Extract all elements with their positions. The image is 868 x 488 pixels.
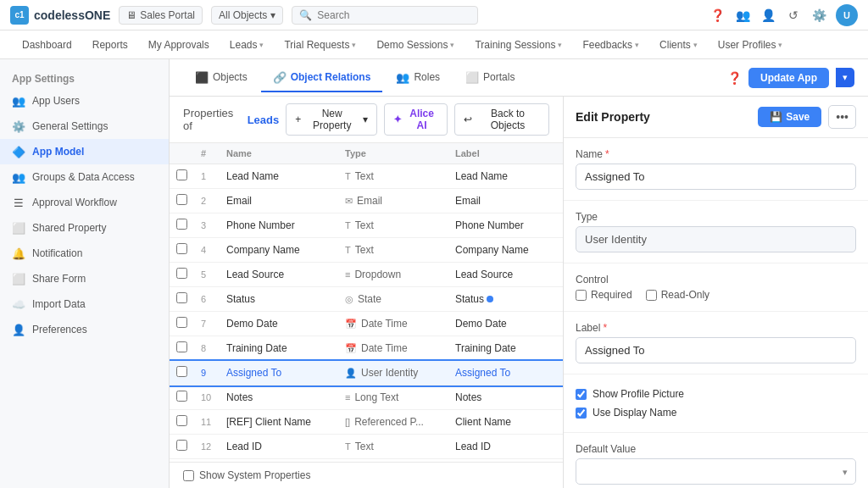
table-row[interactable]: 10 Notes ≡ Long Text Notes — [170, 385, 563, 410]
type-icon-sym: [] — [345, 417, 350, 427]
table-row[interactable]: 3 Phone Number T Text Phone Number — [170, 214, 563, 238]
sidebar-item-preferences[interactable]: 👤 Preferences — [0, 317, 169, 342]
sidebar-item-appmodel[interactable]: 🔷 App Model — [0, 139, 169, 164]
readonly-checkbox[interactable] — [646, 290, 657, 301]
edit-panel: Edit Property 💾 Save ••• Name * — [563, 97, 868, 488]
required-checkbox[interactable] — [576, 290, 587, 301]
tab-roles[interactable]: 👥 Roles — [384, 64, 452, 92]
row-checkbox[interactable] — [176, 366, 187, 377]
table-row[interactable]: 4 Company Name T Text Company Name — [170, 238, 563, 263]
tab-object-relations[interactable]: 🔗 Object Relations — [261, 64, 383, 92]
update-app-button[interactable]: Update App — [748, 68, 829, 88]
table-row[interactable]: 8 Training Date 📅 Date Time Training Dat… — [170, 336, 563, 361]
object-name[interactable]: Leads — [248, 114, 280, 126]
nav-leads[interactable]: Leads ▾ — [221, 34, 273, 56]
row-checkbox-cell — [170, 312, 194, 336]
default-value-select[interactable] — [576, 458, 856, 485]
row-checkbox[interactable] — [176, 341, 187, 352]
sidebar-item-import[interactable]: ☁️ Import Data — [0, 291, 169, 317]
col-num: # — [194, 143, 220, 164]
users-icon[interactable]: 👥 — [734, 7, 751, 24]
nav-feedbacks[interactable]: Feedbacks ▾ — [574, 34, 648, 56]
back-to-objects-button[interactable]: ↩ Back to Objects — [454, 103, 549, 136]
sidebar-item-general[interactable]: ⚙️ General Settings — [0, 114, 169, 139]
history-icon[interactable]: ↺ — [785, 7, 802, 24]
row-checkbox[interactable] — [176, 268, 187, 279]
table-row[interactable]: 7 Demo Date 📅 Date Time Demo Date — [170, 312, 563, 336]
nav-training[interactable]: Training Sessions ▾ — [466, 34, 570, 56]
row-checkbox-cell — [170, 410, 194, 435]
avatar[interactable]: U — [836, 4, 858, 26]
row-checkbox[interactable] — [176, 391, 187, 402]
row-checkbox[interactable] — [176, 169, 187, 180]
row-checkbox[interactable] — [176, 194, 187, 205]
table-row[interactable]: 2 Email ✉ Email Email — [170, 189, 563, 214]
row-checkbox-cell — [170, 435, 194, 459]
help-icon[interactable]: ❓ — [709, 7, 726, 24]
nav-demo[interactable]: Demo Sessions ▾ — [368, 34, 463, 56]
shareform-icon: ⬜ — [12, 272, 25, 286]
save-label: Save — [786, 111, 810, 123]
row-num: 7 — [194, 312, 220, 336]
options-section: Show Profile Picture Use Display Name — [564, 374, 868, 432]
type-icon-sym: ≡ — [345, 269, 350, 280]
settings-icon[interactable]: ⚙️ — [810, 7, 827, 24]
row-type: 📅 Date Time — [338, 336, 448, 361]
objects-dropdown[interactable]: All Objects ▾ — [211, 6, 283, 25]
search-input[interactable] — [317, 9, 470, 21]
show-profile-checkbox[interactable] — [576, 389, 587, 400]
table-row[interactable]: 9 Assigned To 👤 User Identity Assigned T… — [170, 361, 563, 385]
nav-clients[interactable]: Clients ▾ — [651, 34, 706, 56]
row-label: Status — [448, 287, 563, 312]
sidebar-item-label: Shared Property — [32, 222, 106, 234]
row-label: Company Name — [448, 238, 563, 263]
type-field-label: Type — [576, 211, 856, 223]
type-input[interactable] — [576, 226, 856, 252]
tab-objects[interactable]: ⬛ Objects — [183, 64, 259, 92]
row-checkbox[interactable] — [176, 317, 187, 328]
row-checkbox[interactable] — [176, 292, 187, 303]
sidebar-item-appusers[interactable]: 👥 App Users — [0, 88, 169, 114]
alice-ai-button[interactable]: ✦ Alice AI — [384, 103, 448, 136]
save-button[interactable]: 💾 Save — [758, 107, 821, 127]
topbar: c1 codelessONE 🖥 Sales Portal All Object… — [0, 0, 868, 30]
profile-icon[interactable]: 👤 — [760, 7, 776, 24]
search-bar[interactable]: 🔍 — [292, 6, 478, 25]
use-display-checkbox[interactable] — [576, 408, 587, 419]
main-layout: App Settings 👥 App Users ⚙️ General Sett… — [0, 59, 868, 488]
show-system-checkbox[interactable] — [183, 470, 194, 481]
table-row[interactable]: 12 Lead ID T Text Lead ID — [170, 435, 563, 459]
row-checkbox[interactable] — [176, 415, 187, 426]
sidebar-item-notification[interactable]: 🔔 Notification — [0, 241, 169, 266]
label-field-label: Label * — [576, 322, 856, 334]
sidebar-item-shareform[interactable]: ⬜ Share Form — [0, 266, 169, 291]
shared-icon: ⬜ — [12, 221, 25, 235]
sidebar-item-shared[interactable]: ⬜ Shared Property — [0, 215, 169, 241]
update-app-dropdown-button[interactable]: ▾ — [836, 68, 854, 87]
sidebar-item-approval[interactable]: ☰ Approval Workflow — [0, 190, 169, 215]
nav-dashboard[interactable]: Dashboard — [14, 34, 81, 56]
label-input[interactable] — [576, 337, 856, 363]
nav-reports[interactable]: Reports — [84, 34, 136, 56]
table-row[interactable]: 1 Lead Name T Text Lead Name — [170, 164, 563, 189]
nav-approvals[interactable]: My Approvals — [140, 34, 218, 56]
nav-trial[interactable]: Trial Requests ▾ — [275, 34, 364, 56]
default-section: Default Value ▾ — [564, 433, 868, 488]
row-checkbox[interactable] — [176, 440, 187, 451]
tab-portals[interactable]: ⬜ Portals — [453, 64, 526, 92]
app-selector[interactable]: 🖥 Sales Portal — [119, 6, 203, 25]
new-property-button[interactable]: + New Property ▾ — [286, 103, 377, 136]
table-row[interactable]: 5 Lead Source ≡ Dropdown Lead Source — [170, 263, 563, 287]
leads-arrow: ▾ — [259, 41, 264, 49]
nav-profiles[interactable]: User Profiles ▾ — [709, 34, 792, 56]
type-icon-sym: 👤 — [345, 368, 357, 379]
sidebar-item-groups[interactable]: 👥 Groups & Data Access — [0, 164, 169, 190]
table-row[interactable]: 11 [REF] Client Name [] Referenced P... … — [170, 410, 563, 435]
groups-icon: 👥 — [12, 170, 25, 184]
row-checkbox[interactable] — [176, 243, 187, 254]
table-row[interactable]: 6 Status ◎ State Status — [170, 287, 563, 312]
more-options-button[interactable]: ••• — [828, 105, 856, 129]
name-input[interactable] — [576, 164, 856, 190]
tab-help-icon[interactable]: ❓ — [727, 71, 742, 85]
row-checkbox[interactable] — [176, 219, 187, 230]
